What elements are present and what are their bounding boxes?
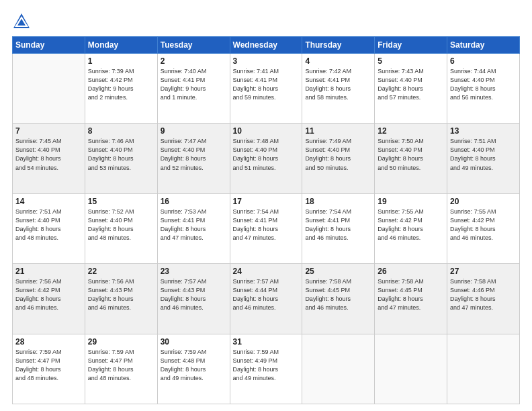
day-info: Sunrise: 7:58 AM Sunset: 4:45 PM Dayligh… — [305, 277, 371, 312]
logo-icon — [12, 12, 31, 31]
weekday-friday: Friday — [375, 37, 447, 54]
day-number: 5 — [378, 56, 444, 66]
calendar-cell: 22Sunrise: 7:56 AM Sunset: 4:43 PM Dayli… — [85, 264, 157, 334]
day-number: 4 — [305, 56, 371, 66]
calendar-cell — [13, 54, 85, 124]
day-number: 22 — [88, 267, 154, 276]
weekday-monday: Monday — [85, 37, 157, 54]
calendar-cell: 7Sunrise: 7:45 AM Sunset: 4:40 PM Daylig… — [13, 124, 85, 193]
weekday-thursday: Thursday — [302, 37, 375, 54]
calendar-cell: 27Sunrise: 7:58 AM Sunset: 4:46 PM Dayli… — [447, 264, 520, 334]
calendar-row-4: 28Sunrise: 7:59 AM Sunset: 4:47 PM Dayli… — [13, 334, 520, 404]
day-number: 15 — [88, 197, 154, 206]
day-info: Sunrise: 7:49 AM Sunset: 4:40 PM Dayligh… — [305, 137, 371, 172]
weekday-saturday: Saturday — [447, 37, 520, 54]
day-number: 29 — [88, 337, 154, 347]
day-info: Sunrise: 7:41 AM Sunset: 4:41 PM Dayligh… — [233, 67, 300, 102]
calendar-cell: 5Sunrise: 7:43 AM Sunset: 4:40 PM Daylig… — [375, 54, 447, 124]
day-number: 9 — [161, 126, 227, 136]
day-info: Sunrise: 7:55 AM Sunset: 4:42 PM Dayligh… — [378, 208, 444, 242]
calendar-cell: 14Sunrise: 7:51 AM Sunset: 4:40 PM Dayli… — [13, 193, 85, 263]
day-number: 19 — [378, 197, 444, 206]
day-info: Sunrise: 7:44 AM Sunset: 4:40 PM Dayligh… — [450, 67, 517, 102]
calendar-row-2: 14Sunrise: 7:51 AM Sunset: 4:40 PM Dayli… — [13, 193, 520, 263]
day-info: Sunrise: 7:51 AM Sunset: 4:40 PM Dayligh… — [450, 137, 517, 172]
day-number: 26 — [378, 267, 444, 276]
day-info: Sunrise: 7:59 AM Sunset: 4:48 PM Dayligh… — [161, 348, 227, 383]
day-number: 25 — [305, 267, 371, 276]
calendar-cell: 2Sunrise: 7:40 AM Sunset: 4:41 PM Daylig… — [157, 54, 230, 124]
weekday-header-row: SundayMondayTuesdayWednesdayThursdayFrid… — [13, 37, 520, 54]
calendar-cell: 26Sunrise: 7:58 AM Sunset: 4:45 PM Dayli… — [375, 264, 447, 334]
day-number: 30 — [161, 337, 227, 347]
calendar-cell — [375, 334, 447, 404]
day-info: Sunrise: 7:58 AM Sunset: 4:45 PM Dayligh… — [378, 277, 444, 312]
day-info: Sunrise: 7:39 AM Sunset: 4:42 PM Dayligh… — [88, 67, 154, 102]
day-info: Sunrise: 7:54 AM Sunset: 4:41 PM Dayligh… — [233, 208, 300, 242]
day-info: Sunrise: 7:47 AM Sunset: 4:40 PM Dayligh… — [161, 137, 227, 172]
calendar-cell — [447, 334, 520, 404]
day-info: Sunrise: 7:42 AM Sunset: 4:41 PM Dayligh… — [305, 67, 371, 102]
day-number: 8 — [88, 126, 154, 136]
calendar-cell: 3Sunrise: 7:41 AM Sunset: 4:41 PM Daylig… — [230, 54, 302, 124]
weekday-tuesday: Tuesday — [157, 37, 230, 54]
day-info: Sunrise: 7:57 AM Sunset: 4:44 PM Dayligh… — [233, 277, 300, 312]
calendar-cell: 23Sunrise: 7:57 AM Sunset: 4:43 PM Dayli… — [157, 264, 230, 334]
day-info: Sunrise: 7:53 AM Sunset: 4:41 PM Dayligh… — [161, 208, 227, 242]
calendar-cell: 11Sunrise: 7:49 AM Sunset: 4:40 PM Dayli… — [302, 124, 375, 193]
day-number: 17 — [233, 197, 300, 206]
calendar-cell: 21Sunrise: 7:56 AM Sunset: 4:42 PM Dayli… — [13, 264, 85, 334]
calendar-cell: 1Sunrise: 7:39 AM Sunset: 4:42 PM Daylig… — [85, 54, 157, 124]
day-number: 23 — [161, 267, 227, 276]
calendar-cell: 20Sunrise: 7:55 AM Sunset: 4:42 PM Dayli… — [447, 193, 520, 263]
day-number: 31 — [233, 337, 300, 347]
calendar-cell: 16Sunrise: 7:53 AM Sunset: 4:41 PM Dayli… — [157, 193, 230, 263]
calendar-cell: 31Sunrise: 7:59 AM Sunset: 4:49 PM Dayli… — [230, 334, 302, 404]
day-number: 7 — [15, 126, 82, 136]
day-number: 12 — [378, 126, 444, 136]
day-number: 18 — [305, 197, 371, 206]
calendar-cell: 24Sunrise: 7:57 AM Sunset: 4:44 PM Dayli… — [230, 264, 302, 334]
calendar-cell: 19Sunrise: 7:55 AM Sunset: 4:42 PM Dayli… — [375, 193, 447, 263]
day-info: Sunrise: 7:59 AM Sunset: 4:47 PM Dayligh… — [88, 348, 154, 383]
day-info: Sunrise: 7:40 AM Sunset: 4:41 PM Dayligh… — [161, 67, 227, 102]
calendar-row-0: 1Sunrise: 7:39 AM Sunset: 4:42 PM Daylig… — [13, 54, 520, 124]
calendar-cell: 28Sunrise: 7:59 AM Sunset: 4:47 PM Dayli… — [13, 334, 85, 404]
calendar-cell: 4Sunrise: 7:42 AM Sunset: 4:41 PM Daylig… — [302, 54, 375, 124]
calendar-cell: 29Sunrise: 7:59 AM Sunset: 4:47 PM Dayli… — [85, 334, 157, 404]
day-info: Sunrise: 7:59 AM Sunset: 4:47 PM Dayligh… — [15, 348, 82, 383]
day-number: 10 — [233, 126, 300, 136]
day-number: 24 — [233, 267, 300, 276]
header — [12, 12, 520, 31]
calendar-cell: 15Sunrise: 7:52 AM Sunset: 4:40 PM Dayli… — [85, 193, 157, 263]
weekday-wednesday: Wednesday — [230, 37, 302, 54]
calendar-cell: 6Sunrise: 7:44 AM Sunset: 4:40 PM Daylig… — [447, 54, 520, 124]
calendar-cell — [302, 334, 375, 404]
calendar-cell: 17Sunrise: 7:54 AM Sunset: 4:41 PM Dayli… — [230, 193, 302, 263]
day-info: Sunrise: 7:43 AM Sunset: 4:40 PM Dayligh… — [378, 67, 444, 102]
day-info: Sunrise: 7:51 AM Sunset: 4:40 PM Dayligh… — [15, 208, 82, 242]
day-number: 27 — [450, 267, 517, 276]
day-info: Sunrise: 7:52 AM Sunset: 4:40 PM Dayligh… — [88, 208, 154, 242]
day-info: Sunrise: 7:56 AM Sunset: 4:42 PM Dayligh… — [15, 277, 82, 312]
day-info: Sunrise: 7:45 AM Sunset: 4:40 PM Dayligh… — [15, 137, 82, 172]
logo — [12, 12, 34, 31]
day-number: 13 — [450, 126, 517, 136]
day-number: 28 — [15, 337, 82, 347]
day-number: 3 — [233, 56, 300, 66]
calendar-cell: 10Sunrise: 7:48 AM Sunset: 4:40 PM Dayli… — [230, 124, 302, 193]
day-number: 2 — [161, 56, 227, 66]
calendar-cell: 13Sunrise: 7:51 AM Sunset: 4:40 PM Dayli… — [447, 124, 520, 193]
day-info: Sunrise: 7:56 AM Sunset: 4:43 PM Dayligh… — [88, 277, 154, 312]
calendar-row-1: 7Sunrise: 7:45 AM Sunset: 4:40 PM Daylig… — [13, 124, 520, 193]
day-number: 14 — [15, 197, 82, 206]
day-number: 11 — [305, 126, 371, 136]
day-info: Sunrise: 7:59 AM Sunset: 4:49 PM Dayligh… — [233, 348, 300, 383]
calendar-cell: 25Sunrise: 7:58 AM Sunset: 4:45 PM Dayli… — [302, 264, 375, 334]
calendar-cell: 30Sunrise: 7:59 AM Sunset: 4:48 PM Dayli… — [157, 334, 230, 404]
calendar-cell: 12Sunrise: 7:50 AM Sunset: 4:40 PM Dayli… — [375, 124, 447, 193]
day-info: Sunrise: 7:58 AM Sunset: 4:46 PM Dayligh… — [450, 277, 517, 312]
day-info: Sunrise: 7:55 AM Sunset: 4:42 PM Dayligh… — [450, 208, 517, 242]
calendar-table: SundayMondayTuesdayWednesdayThursdayFrid… — [12, 36, 520, 404]
day-info: Sunrise: 7:46 AM Sunset: 4:40 PM Dayligh… — [88, 137, 154, 172]
